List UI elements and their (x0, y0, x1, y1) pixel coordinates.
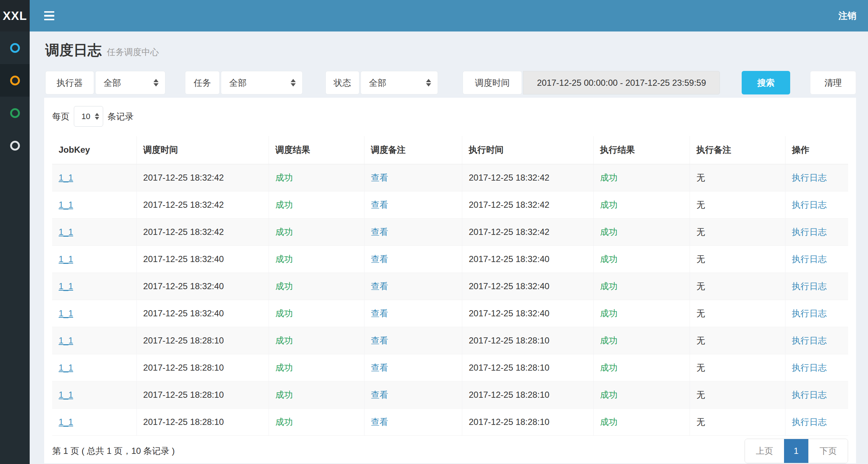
column-header-6[interactable]: 执行结果 (593, 136, 690, 164)
jobkey-link[interactable]: 1_1 (59, 390, 73, 400)
current-page-button[interactable]: 1 (784, 439, 808, 463)
view-remark-link[interactable]: 查看 (371, 336, 388, 345)
exec-log-link[interactable]: 执行日志 (792, 173, 827, 182)
jobkey-link[interactable]: 1_1 (59, 200, 73, 210)
exec-result-cell-wrap: 成功 (593, 381, 690, 408)
jobkey-link[interactable]: 1_1 (59, 363, 73, 372)
sidebar-toggle-button[interactable] (38, 0, 61, 31)
exec-result-cell: 成功 (600, 336, 618, 345)
column-header-8[interactable]: 操作 (785, 136, 848, 164)
view-remark-link[interactable]: 查看 (371, 363, 388, 372)
exec-log-link[interactable]: 执行日志 (792, 336, 827, 345)
exec-log-link[interactable]: 执行日志 (792, 363, 827, 372)
status-filter-label: 状态 (325, 71, 359, 94)
column-header-3[interactable]: 调度结果 (269, 136, 364, 164)
dispatch-result-cell: 成功 (275, 173, 293, 182)
view-remark-link[interactable]: 查看 (371, 227, 388, 237)
exec-log-link[interactable]: 执行日志 (792, 308, 827, 318)
sidebar-item-executor-manage[interactable] (0, 31, 30, 64)
exec-time-cell: 2017-12-25 18:32:40 (469, 281, 549, 291)
page-header: 调度日志 任务调度中心 (45, 31, 856, 66)
view-remark-link-wrap: 查看 (364, 300, 462, 327)
exec-remark-cell: 无 (696, 173, 705, 182)
exec-time-cell: 2017-12-25 18:32:42 (469, 227, 549, 237)
exec-log-link[interactable]: 执行日志 (792, 390, 827, 400)
circle-o-icon (10, 76, 20, 85)
job-filter-select[interactable]: 全部 (221, 71, 303, 94)
view-remark-link[interactable]: 查看 (371, 417, 388, 427)
exec-result-cell: 成功 (600, 227, 618, 237)
brand-logo[interactable]: XXL (0, 0, 30, 31)
exec-result-cell: 成功 (600, 363, 618, 372)
time-range-input[interactable]: 2017-12-25 00:00:00 - 2017-12-25 23:59:5… (523, 71, 720, 94)
view-remark-link[interactable]: 查看 (371, 308, 388, 318)
exec-remark-cell-wrap: 无 (690, 381, 785, 408)
exec-log-link-wrap: 执行日志 (785, 273, 848, 300)
dispatch-time-cell: 2017-12-25 18:28:10 (143, 417, 224, 427)
exec-remark-cell-wrap: 无 (690, 300, 785, 327)
jobkey-link[interactable]: 1_1 (59, 417, 73, 427)
prev-page-button[interactable]: 上页 (745, 439, 784, 463)
clear-button[interactable]: 清理 (810, 71, 856, 94)
column-header-4[interactable]: 调度备注 (364, 136, 462, 164)
exec-result-cell: 成功 (600, 417, 618, 427)
jobkey-link[interactable]: 1_1 (59, 336, 73, 345)
view-remark-link[interactable]: 查看 (371, 390, 388, 400)
view-remark-link[interactable]: 查看 (371, 281, 388, 291)
logout-link[interactable]: 注销 (838, 0, 856, 31)
exec-time-cell-wrap: 2017-12-25 18:32:42 (462, 191, 593, 218)
table-row: 1_12017-12-25 18:28:10成功查看2017-12-25 18:… (52, 408, 848, 435)
jobkey-link[interactable]: 1_1 (59, 227, 73, 237)
exec-result-cell: 成功 (600, 281, 618, 291)
dispatch-time-cell: 2017-12-25 18:28:10 (143, 390, 224, 400)
jobkey-link[interactable]: 1_1 (59, 254, 73, 264)
dispatch-time-cell: 2017-12-25 18:28:10 (143, 336, 224, 345)
view-remark-link-wrap: 查看 (364, 164, 462, 191)
exec-time-cell-wrap: 2017-12-25 18:32:40 (462, 245, 593, 273)
column-header-5[interactable]: 执行时间 (462, 136, 593, 164)
exec-time-cell: 2017-12-25 18:28:10 (469, 363, 549, 372)
view-remark-link-wrap: 查看 (364, 273, 462, 300)
view-remark-link[interactable]: 查看 (371, 173, 388, 182)
exec-log-link-wrap: 执行日志 (785, 218, 848, 245)
exec-result-cell: 成功 (600, 390, 618, 400)
table-row: 1_12017-12-25 18:32:42成功查看2017-12-25 18:… (52, 218, 848, 245)
view-remark-link[interactable]: 查看 (371, 200, 388, 210)
executor-filter-select[interactable]: 全部 (95, 71, 165, 94)
dispatch-result-cell: 成功 (275, 200, 293, 210)
column-header-7[interactable]: 执行备注 (690, 136, 785, 164)
column-header-1[interactable]: JobKey (52, 136, 136, 164)
jobkey-link[interactable]: 1_1 (59, 281, 73, 291)
exec-result-cell: 成功 (600, 254, 618, 264)
search-button[interactable]: 搜索 (742, 71, 790, 94)
jobkey-link[interactable]: 1_1 (59, 308, 73, 318)
exec-log-link[interactable]: 执行日志 (792, 417, 827, 427)
job-filter-label: 任务 (185, 71, 220, 94)
dispatch-result-cell-wrap: 成功 (269, 218, 364, 245)
jobkey-link[interactable]: 1_1 (59, 173, 73, 182)
exec-time-cell-wrap: 2017-12-25 18:32:42 (462, 218, 593, 245)
sidebar-item-job-manage[interactable] (0, 97, 30, 129)
exec-log-link[interactable]: 执行日志 (792, 254, 827, 264)
exec-log-link[interactable]: 执行日志 (792, 200, 827, 210)
exec-log-link[interactable]: 执行日志 (792, 281, 827, 291)
page-subtitle: 任务调度中心 (107, 46, 159, 58)
page-size-prefix: 每页 (52, 111, 69, 122)
exec-log-link-wrap: 执行日志 (785, 408, 848, 435)
jobkey-link-wrap: 1_1 (52, 191, 136, 218)
view-remark-link[interactable]: 查看 (371, 254, 388, 264)
view-remark-link-wrap: 查看 (364, 381, 462, 408)
jobkey-link-wrap: 1_1 (52, 300, 136, 327)
status-filter-select[interactable]: 全部 (361, 71, 438, 94)
exec-log-link[interactable]: 执行日志 (792, 227, 827, 237)
sidebar-item-help[interactable] (0, 129, 30, 162)
table-row: 1_12017-12-25 18:32:40成功查看2017-12-25 18:… (52, 300, 848, 327)
column-header-2[interactable]: 调度时间 (136, 136, 269, 164)
dispatch-time-cell: 2017-12-25 18:32:40 (143, 308, 224, 318)
dispatch-time-cell: 2017-12-25 18:32:40 (143, 254, 224, 264)
exec-result-cell-wrap: 成功 (593, 164, 690, 191)
sidebar-item-dispatch-log[interactable] (0, 64, 30, 97)
table-row: 1_12017-12-25 18:32:42成功查看2017-12-25 18:… (52, 164, 848, 191)
next-page-button[interactable]: 下页 (808, 439, 848, 463)
page-size-select[interactable]: 10 (74, 106, 103, 127)
